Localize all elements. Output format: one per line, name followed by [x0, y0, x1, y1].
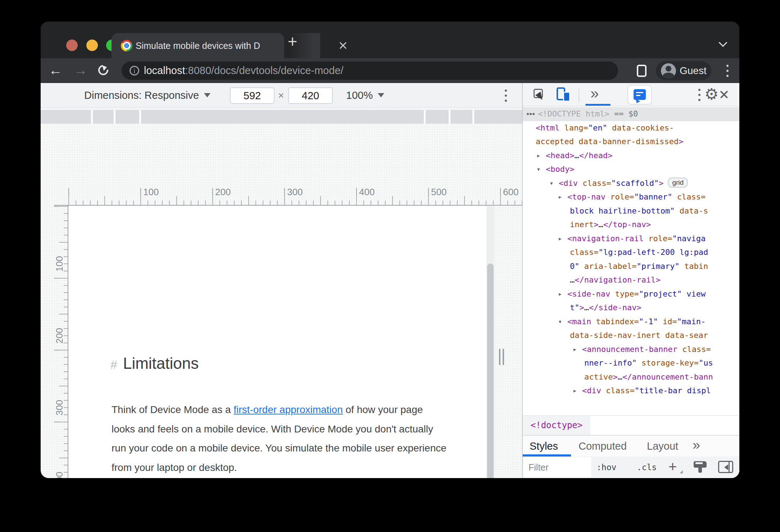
code-token: > — [613, 372, 617, 381]
expand-arrow-closed-icon[interactable]: ▸ — [573, 343, 576, 357]
tree-row[interactable]: ▾<div class="scaffold">grid — [523, 176, 739, 191]
toggle-class-button[interactable]: .cls — [637, 457, 657, 478]
breadcrumb: <!doctype> — [523, 415, 739, 436]
tree-row[interactable]: ▸<navigation-rail role="naviga — [523, 232, 739, 246]
side-panel-icon[interactable] — [637, 65, 647, 77]
expand-arrow-open-icon[interactable]: ▾ — [537, 162, 540, 176]
ruler-label: 600 — [503, 187, 518, 198]
tree-row[interactable]: block hairline-bottom" data-s — [523, 204, 739, 218]
devtools-panel: » ⚙ •••<!DOCTYPE html> == $0<html lang="… — [523, 83, 739, 478]
tree-row[interactable]: …</navigation-rail> — [523, 273, 739, 287]
tree-row[interactable]: <html lang="en" data-cookies- — [523, 121, 739, 135]
tree-row[interactable]: ▸<div class="title-bar displ — [523, 384, 739, 398]
browser-menu-icon[interactable] — [726, 64, 729, 78]
expand-arrow-closed-icon[interactable]: ▸ — [537, 149, 540, 163]
device-toolbar-menu-icon[interactable] — [505, 88, 507, 103]
tree-row[interactable]: 0" aria-label="primary" tabin — [523, 260, 739, 274]
more-panels-chevron-icon[interactable]: » — [590, 83, 599, 106]
sidebar-tab-layout[interactable]: Layout — [647, 436, 678, 457]
tree-row[interactable]: inert>…</top-nav> — [523, 218, 739, 232]
tree-row[interactable]: accepted data-banner-dismissed> — [523, 135, 739, 149]
tree-row[interactable]: ▾<body> — [523, 162, 739, 176]
tree-row[interactable]: ▸<top-nav role="banner" class= — [523, 190, 739, 204]
zoom-dropdown[interactable]: 100% — [346, 83, 384, 108]
tree-row[interactable]: active>…</announcement-bann — [523, 370, 739, 384]
expand-arrow-open-icon[interactable]: ▾ — [550, 176, 553, 191]
code-token: <main — [567, 317, 591, 326]
code-token: 0" — [570, 262, 580, 271]
media-query-bar[interactable] — [41, 110, 522, 124]
code-token: … — [570, 275, 575, 284]
elements-tree[interactable]: •••<!DOCTYPE html> == $0<html lang="en" … — [523, 107, 739, 398]
expand-arrow-closed-icon[interactable]: ▸ — [559, 287, 562, 301]
expand-arrow-open-icon[interactable]: ▾ — [559, 315, 562, 329]
rendering-brush-icon[interactable] — [694, 461, 708, 474]
address-bar[interactable]: i localhost:8080/docs/devtools/device-mo… — [122, 61, 618, 80]
tree-row-selected[interactable]: •••<!DOCTYPE html> == $0 — [523, 107, 739, 121]
viewport-width-input[interactable] — [230, 87, 275, 104]
macos-minimize-button[interactable] — [86, 40, 98, 51]
inspect-element-icon[interactable] — [534, 89, 544, 100]
expand-arrow-closed-icon[interactable]: ▸ — [559, 232, 562, 246]
browser-tab[interactable]: Simulate mobile devices with D — [112, 33, 284, 58]
reload-button[interactable] — [98, 65, 109, 76]
tree-row[interactable]: nner--info" storage-key="us — [523, 356, 739, 370]
tree-row[interactable]: class="lg:pad-left-200 lg:pad — [523, 246, 739, 260]
url-text: localhost:8080/docs/devtools/device-mode… — [144, 61, 344, 80]
styles-filter-input[interactable] — [523, 457, 591, 477]
viewport-height-input[interactable] — [288, 87, 333, 104]
new-tab-button[interactable]: + — [284, 33, 301, 51]
code-token: type= — [610, 289, 639, 298]
toggle-device-toolbar-icon[interactable] — [556, 87, 572, 102]
ruler-label: 500 — [431, 187, 446, 198]
expand-arrow-closed-icon[interactable]: ▸ — [573, 384, 576, 398]
new-style-rule-button[interactable]: + — [668, 457, 677, 478]
feedback-button[interactable] — [627, 85, 652, 105]
code-token: > — [679, 137, 683, 146]
tree-row[interactable]: ▸<side-nav type="project" view — [523, 287, 739, 301]
tree-row[interactable]: ▾<main tabindex="-1" id="main- — [523, 315, 739, 329]
page-scrollbar-thumb[interactable] — [487, 263, 494, 478]
sidebar-tab-styles[interactable]: Styles — [530, 436, 558, 457]
site-info-icon[interactable]: i — [130, 66, 139, 75]
code-token: <side-nav — [567, 289, 610, 298]
tab-search-chevron-icon[interactable] — [718, 39, 728, 46]
forward-button[interactable]: → — [74, 58, 87, 83]
heading-anchor-hash[interactable]: # — [110, 358, 117, 371]
tree-row[interactable]: t">…</side-nav> — [523, 301, 739, 315]
code-token: <body> — [546, 165, 574, 174]
ruler-label: 400 — [359, 187, 375, 198]
code-token: aria-label= — [580, 262, 637, 271]
dimensions-dropdown[interactable]: Dimensions: Responsive — [84, 83, 210, 108]
expand-arrow-closed-icon[interactable]: ▸ — [559, 190, 562, 204]
tree-row[interactable]: ▸<announcement-banner class= — [523, 343, 739, 357]
viewport-right-resize-handle[interactable] — [503, 349, 504, 365]
tree-row[interactable]: ▸<head>…</head> — [523, 149, 739, 163]
sidebar-tabs-overflow-icon[interactable]: » — [693, 436, 700, 456]
toggle-hover-state-button[interactable]: :hov — [597, 457, 616, 478]
tree-row[interactable]: data-side-nav-inert data-sear — [523, 329, 739, 343]
code-token: active — [584, 372, 613, 381]
profile-chip[interactable]: Guest — [656, 61, 711, 80]
tab-close-icon[interactable] — [339, 41, 348, 50]
code-token: "-1" — [639, 317, 658, 326]
devtools-menu-icon[interactable] — [698, 88, 700, 102]
back-button[interactable]: ← — [49, 58, 62, 83]
code-token: == $0 — [609, 109, 638, 118]
code-token: … — [574, 151, 579, 160]
devtools-close-icon[interactable] — [720, 90, 728, 99]
code-token: storage-key= — [637, 358, 699, 367]
viewport-page: #Limitations Think of Device Mode as a f… — [68, 206, 494, 478]
settings-gear-icon[interactable]: ⚙ — [704, 83, 718, 106]
sidebar-tab-computed[interactable]: Computed — [579, 436, 627, 457]
page-scrollbar[interactable] — [486, 206, 494, 478]
grid-badge[interactable]: grid — [668, 178, 688, 188]
breadcrumb-item[interactable]: <!doctype> — [523, 416, 590, 435]
chrome-favicon — [121, 40, 132, 51]
macos-close-button[interactable] — [66, 40, 78, 51]
paragraph-text: run your code on a mobile device. You si… — [112, 442, 446, 454]
code-token: "scaffold" — [611, 179, 659, 188]
viewport-right-resize-handle[interactable] — [499, 349, 500, 365]
inline-link[interactable]: first-order approximation — [233, 404, 343, 415]
toggle-sidebar-icon[interactable] — [718, 461, 733, 473]
